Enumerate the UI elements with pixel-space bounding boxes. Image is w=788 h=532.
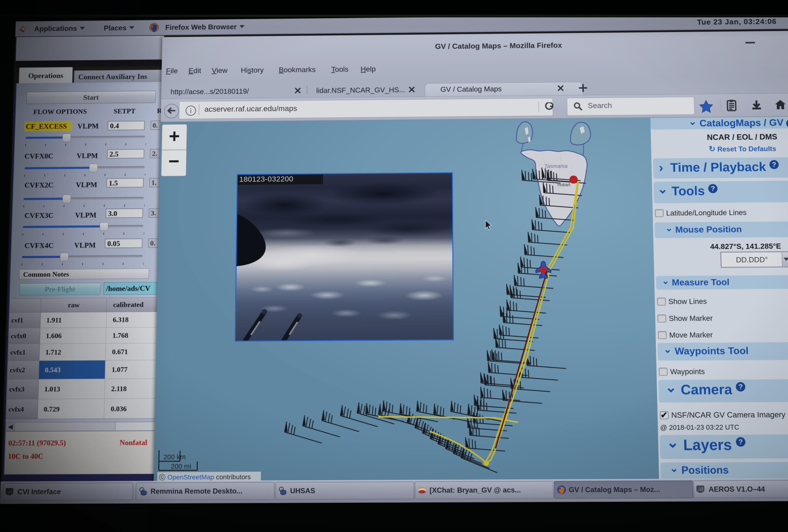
svg-text:200 km: 200 km xyxy=(163,453,186,461)
svg-text:Hobart: Hobart xyxy=(557,182,571,187)
svg-text:200 mi: 200 mi xyxy=(171,462,191,470)
svg-text:Tasmania: Tasmania xyxy=(544,163,568,169)
